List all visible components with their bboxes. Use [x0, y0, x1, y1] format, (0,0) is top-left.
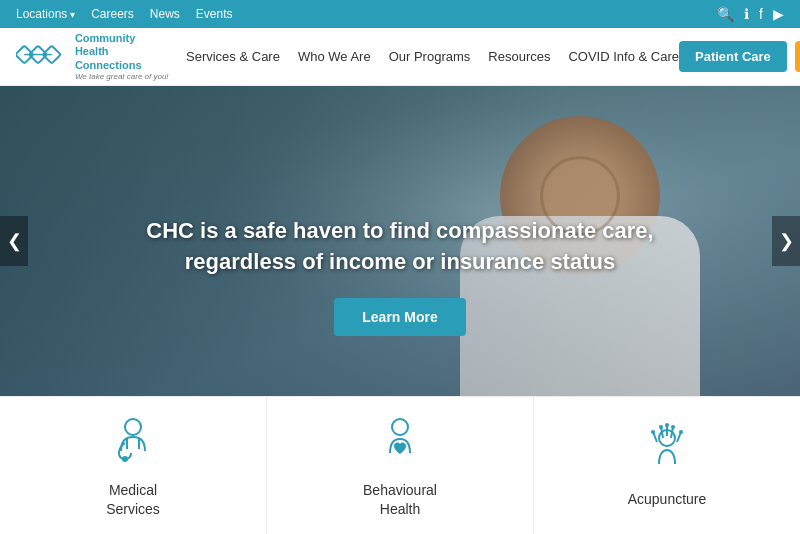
svg-point-14 — [651, 430, 655, 434]
nav-covid[interactable]: COVID Info & Care — [568, 49, 679, 64]
behavioural-health-label: BehaviouralHealth — [363, 481, 437, 517]
logo[interactable]: Community Health Connections We take gre… — [16, 32, 176, 81]
medical-icon — [105, 413, 161, 469]
top-bar: Locations Careers News Events 🔍 ℹ f ▶ — [0, 0, 800, 28]
svg-point-16 — [665, 423, 669, 427]
svg-point-15 — [659, 425, 663, 429]
youtube-icon[interactable]: ▶ — [773, 6, 784, 22]
hero-next-button[interactable]: ❯ — [772, 216, 800, 266]
nav-buttons: Patient Care Donate Today — [679, 41, 800, 72]
behavioural-icon — [372, 413, 428, 469]
news-link[interactable]: News — [150, 7, 180, 21]
top-bar-nav: Locations Careers News Events — [16, 7, 233, 21]
acupuncture-card[interactable]: Acupuncture — [534, 397, 800, 534]
logo-name: Community Health Connections — [75, 32, 176, 72]
donate-button[interactable]: Donate Today — [795, 41, 800, 72]
acupuncture-icon — [639, 422, 695, 478]
hero-text: CHC is a safe haven to find compassionat… — [100, 216, 700, 278]
main-nav: Services & Care Who We Are Our Programs … — [176, 49, 679, 64]
services-cards: MedicalServices BehaviouralHealth — [0, 396, 800, 534]
learn-more-button[interactable]: Learn More — [334, 298, 465, 336]
hero-prev-button[interactable]: ❮ — [0, 216, 28, 266]
search-icon[interactable]: 🔍 — [717, 6, 734, 22]
nav-services[interactable]: Services & Care — [186, 49, 280, 64]
svg-point-7 — [392, 419, 408, 435]
acupuncture-label: Acupuncture — [628, 490, 707, 508]
nav-who-we-are[interactable]: Who We Are — [298, 49, 371, 64]
hero-content: CHC is a safe haven to find compassionat… — [0, 216, 800, 336]
medical-services-label: MedicalServices — [106, 481, 160, 517]
top-bar-icons: 🔍 ℹ f ▶ — [717, 6, 784, 22]
hero-section: CHC is a safe haven to find compassionat… — [0, 86, 800, 396]
locations-link[interactable]: Locations — [16, 7, 75, 21]
events-link[interactable]: Events — [196, 7, 233, 21]
info-icon[interactable]: ℹ — [744, 6, 749, 22]
patient-care-button[interactable]: Patient Care — [679, 41, 787, 72]
logo-icon — [16, 38, 67, 76]
medical-services-card[interactable]: MedicalServices — [0, 397, 267, 534]
nav-bar: Community Health Connections We take gre… — [0, 28, 800, 86]
nav-programs[interactable]: Our Programs — [389, 49, 471, 64]
svg-point-6 — [123, 457, 127, 461]
svg-point-18 — [679, 430, 683, 434]
facebook-icon[interactable]: f — [759, 6, 763, 22]
logo-text: Community Health Connections We take gre… — [75, 32, 176, 81]
logo-tagline: We take great care of you! — [75, 72, 176, 81]
nav-resources[interactable]: Resources — [488, 49, 550, 64]
careers-link[interactable]: Careers — [91, 7, 134, 21]
svg-point-17 — [671, 425, 675, 429]
svg-point-5 — [125, 419, 141, 435]
behavioural-health-card[interactable]: BehaviouralHealth — [267, 397, 534, 534]
